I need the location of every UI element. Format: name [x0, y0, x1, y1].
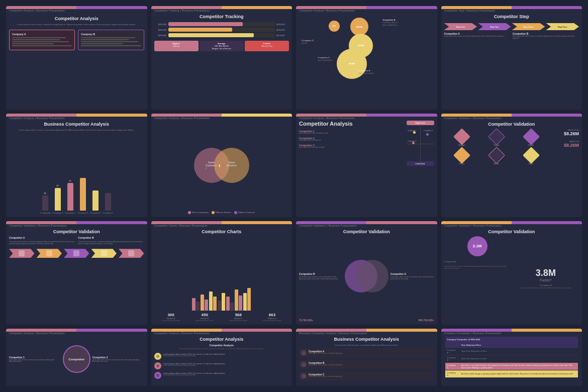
s7-comp-1: Competitor 1 Lorem dolor ipsum dolor met… [299, 130, 405, 135]
s4-comp-b: Competitor B Lorem ipsum dolor dolor sit… [513, 32, 579, 40]
s8-main: Budget Target Dates Focus [444, 129, 579, 214]
s4-comp-a: Competitor A Lorem ipsum dolor sit amet,… [444, 32, 511, 40]
s7-layout: Competitor Analysis Competitor 1 Lorem d… [299, 121, 434, 214]
line-3 [12, 41, 69, 42]
badge-low-cost: Low Cost [407, 161, 434, 166]
s10-stat-3: 568 Market C Lorem ipsum dolor sit amet. [229, 313, 248, 322]
diamond-2 [488, 128, 505, 145]
td-company-b: Company B [445, 355, 459, 362]
comp-c-label: Competitor Camet, consectetur an. [318, 56, 333, 61]
table-title-cell: Company Competitor of 2022-2023 [445, 337, 578, 342]
s14-text-body-2: Lorem ipsum dolor sit amet, consectetur … [163, 365, 289, 367]
v-col-1: $5 Company A [40, 192, 51, 214]
slide-title-1: Competitor Analysis [55, 16, 99, 21]
td-statement-a: Start Your Statement in Here [459, 348, 578, 355]
s9-col-b-text: Lorem ipsum dolor sit amet, consectetur … [78, 241, 144, 245]
s10-stat-sub-1: Lorem ipsum dolor sit amet. [162, 320, 180, 322]
s9-arrow-5 [119, 249, 144, 258]
slide-content-7: Competitor Analysis Competitor 1 Lorem d… [296, 117, 437, 217]
v-bar-1 [42, 195, 48, 211]
s11-left: Competitor B Lorem ipsum dolor sit amet.… [299, 272, 343, 280]
bubble-area: Competitor ALorem ipsum dolor sitamet. c… [299, 13, 434, 107]
diamond-6 [523, 147, 540, 164]
s15-icon-1: ⬡ [301, 350, 307, 356]
s12-circle-val: 2.1M [473, 244, 482, 248]
v-label-5: Company E [90, 212, 101, 214]
s9-cols: Competitor A Lorem ipsum dolor sit amet,… [9, 236, 144, 245]
line-5 [12, 45, 72, 46]
slide-content-13: Competitor 1 Lorem ipsum dolor sit amet.… [6, 332, 147, 386]
s10-bar-5a [226, 297, 230, 311]
bar-fill-orange-2 [168, 28, 233, 32]
s7-comp-2: Competitor 2 Lorem ipsum dolor met dolor… [299, 137, 405, 142]
venn-overlap: 1 [219, 163, 221, 167]
s14-icon-2 [154, 362, 161, 369]
bubble-52-label: $52 [333, 25, 336, 27]
slide-title-14: Competitor Analysis [200, 337, 243, 342]
legend-text-solution: Different Solution [216, 211, 231, 214]
diamond-item-2: Target [480, 131, 512, 146]
table-row-b: Company B Start Your Statement in Here [445, 355, 578, 362]
s12-comp-a-text: Lorem ipsum dolor sit amet. consectetur … [444, 266, 511, 270]
s7-comp-2-text: Lorem ipsum dolor met dolore et. [299, 140, 405, 142]
bar-row-3: $290,000 $270,000 [154, 33, 289, 37]
bar-group-5 [226, 297, 234, 311]
s2-stats: Highest Startup Average 239,308,984.00 R… [154, 41, 289, 51]
s14-item-2: Lorem ipsum dolor sit amet. Gel. Cur lor… [154, 362, 289, 369]
s7-comp-3-text: Lorem ipsum dolor met dolore et amet. [299, 147, 405, 149]
th-company [445, 342, 459, 348]
step-4: Step Four [546, 23, 579, 30]
slides-grid: Competitor Analysis | Business Presentat… [0, 0, 588, 392]
s10-bar-4b [222, 293, 225, 311]
v-val-3: 21 [69, 179, 71, 182]
s14-icon-3 [154, 372, 161, 379]
slide-content-11: Competitor Validation Competitor B Lorem… [296, 224, 437, 325]
s14-icon-inner-1 [156, 355, 159, 358]
s10-stat-sub-2: Lorem ipsum dolor sit amet. [195, 320, 214, 322]
s11-comp-b-name: Competitor A [390, 272, 434, 275]
diamond-5 [488, 147, 505, 164]
slide-business-competitor-analysis-15: Business Competitor Analysis | Business … [296, 329, 437, 386]
s10-bar-7b [247, 288, 251, 311]
v-bar-3 [67, 183, 73, 211]
stat-highest-val: Startup [156, 45, 197, 47]
bar-track-2 [168, 28, 275, 32]
v-bar-5 [92, 190, 99, 211]
s10-stat-2: 450 Market B Lorem ipsum dolor sit amet. [195, 313, 214, 322]
s11-comp-a-text: Lorem ipsum dolor sit amet. Lorem ipsum … [299, 276, 343, 280]
s14-item-1: Lorem ipsum dolor sit amet. Gel. Cur lor… [154, 353, 289, 360]
s7-title-big: Competitor Analysis [299, 121, 405, 127]
venn2-circle-b [356, 260, 388, 292]
s15-item-3: ⬡ Competitor C Lorem ipsum dolor sit ame… [299, 371, 434, 380]
s16-table: Company Competitor of 2022-2023 Your Sta… [445, 337, 578, 378]
legend-solution: Different Solution [212, 211, 231, 214]
s15-text-1: Competitor A Lorem ipsum dolor sit amet,… [309, 350, 343, 355]
diamond-item-3: Dates [515, 131, 547, 146]
table-col-row: Your Statement Here [445, 342, 578, 348]
v-label-3: Company C [65, 212, 75, 214]
s14-text-1: Lorem ipsum dolor sit amet. Gel. Cur lor… [163, 353, 289, 357]
td-company-c: Company C [445, 362, 459, 370]
s10-stat-val-4: 863 [263, 313, 281, 317]
td-statement-b: Start Your Statement in Here [459, 355, 578, 362]
legend-dot-customer [234, 211, 237, 214]
slide-title-4: Competitor Step [494, 14, 529, 19]
bar-val-1: $290,000 [276, 23, 289, 26]
s9-col-a-name: Competitor A [9, 236, 75, 239]
bar-chart-v-5: $5 Company A $7 Company B 21 Company C [9, 133, 144, 214]
s10-bar-1b [196, 302, 200, 311]
bubble-520m-label: $520M [358, 44, 364, 47]
bar-group-6 [235, 289, 242, 311]
s10-stat-4: 863 Market D Lorem ipsum dolor sit amet. [263, 313, 281, 322]
slide-content-4: Competitor Step Step One Step Two Step T… [441, 9, 582, 110]
slide-competitor-analysis-1: Competitor Analysis | Business Presentat… [6, 6, 147, 110]
s9-col-b: Competitor B Lorem ipsum dolor sit amet,… [78, 236, 144, 245]
slide-subtitle-15: Lorem ipsum dolor sit amet, consectetur … [335, 344, 398, 346]
legend-customer: Different Customer [234, 211, 255, 214]
bar-label-2: $290,000 [154, 29, 167, 31]
slide-competitor-validation-9: Competitor Validation | Business Present… [6, 221, 147, 325]
s15-item-2: ⬡ Competitor B Lorem ipsum dolor sit ame… [299, 360, 434, 369]
s11-layout: Competitor B Lorem ipsum dolor sit amet.… [299, 236, 434, 317]
bubble-250m: $250M [350, 18, 368, 36]
s10-bar-4a [218, 301, 221, 311]
